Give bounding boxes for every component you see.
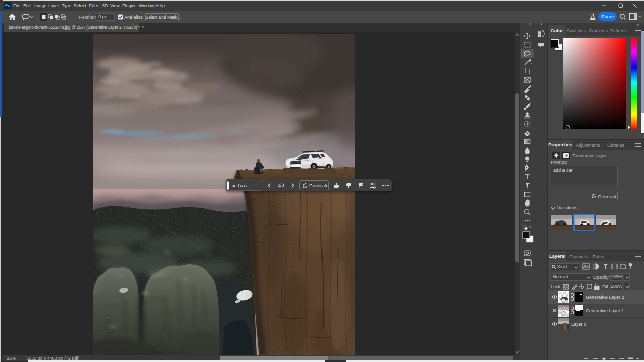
svg-text:«: «	[540, 23, 542, 26]
svg-text:T: T	[604, 263, 608, 270]
svg-text:T: T	[525, 173, 529, 181]
svg-text:«: «	[529, 23, 531, 26]
